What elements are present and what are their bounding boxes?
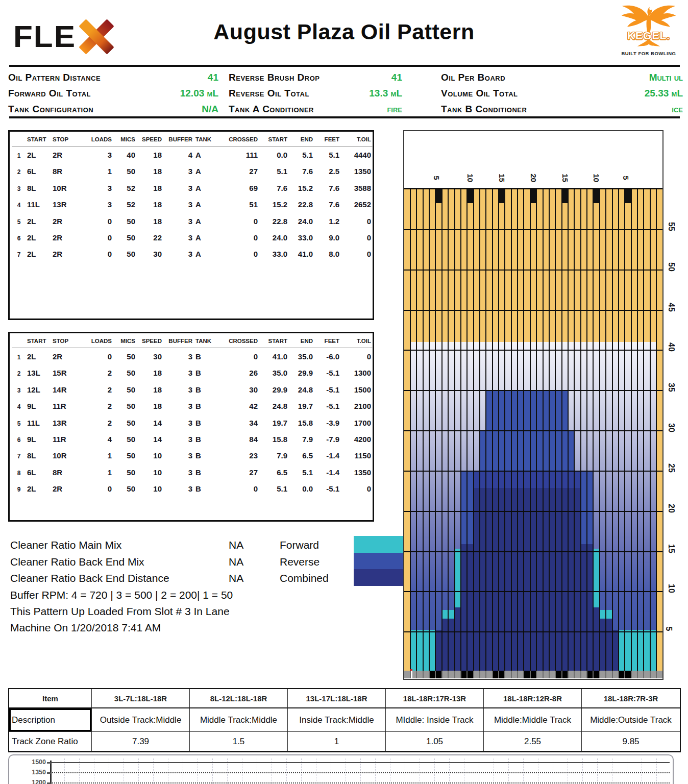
note-line: Buffer RPM: 4 = 720 | 3 = 500 | 2 = 200|… [10,587,350,603]
legend-label: Forward [280,539,350,551]
forward-row-cell: 18 [137,213,164,229]
feet-axis-label: 25 [667,463,676,473]
kegel-logo-tagline: BUILT FOR BOWLING [619,51,679,56]
forward-row-cell: 50 [114,213,137,229]
summary-value: 25.33 mL [645,88,683,99]
reverse-row-cell: 50 [114,348,137,364]
reverse-row-cell: -1.4 [315,447,341,463]
feet-axis-label: 30 [667,423,676,432]
reverse-row-cell: 2100 [341,398,373,414]
summary-cell: Reverse Oil Total13.3 mL [229,85,402,101]
cleaner-ratio-value: NA [229,556,280,568]
forward-row-cell: 5.1 [315,146,341,163]
zone-column-header: 13L-17L:18L-18R [288,689,386,708]
forward-row-cell: 1 [12,146,26,163]
reverse-row-cell: 50 [114,381,137,398]
forward-row-cell: 0 [85,246,114,262]
strip-cell [632,671,637,678]
reverse-row-cell: B [194,414,222,431]
forward-row-cell: 0 [85,229,114,246]
reverse-row-cell: 8L [26,447,52,463]
mini-chart-gridline [50,772,670,773]
reverse-row-cell: B [194,431,222,447]
five-foot-gridline [404,631,662,632]
reverse-row-cell: -6.0 [315,348,341,364]
reverse-row-cell: 1300 [341,364,373,381]
reverse-row-cell: 42 [222,398,260,414]
summary-value: N/A [202,104,218,115]
reverse-row-cell: 4 [12,398,26,414]
reverse-row-cell: -5.1 [315,381,341,398]
strip-cell [493,671,498,678]
column-header: START [26,134,52,146]
forward-row-cell: A [194,246,222,262]
forward-row-cell: 2L [26,229,52,246]
strip-cell [644,671,649,678]
forward-row-cell: 15.2 [289,180,315,196]
mini-chart-y-label: 1500 [29,758,46,766]
forward-row-cell: 7 [12,246,26,262]
forward-row-cell: 51 [222,196,260,212]
forward-row-cell: 0 [341,246,373,262]
reverse-row-cell: 1150 [341,447,373,463]
reverse-row-cell: 0 [341,480,373,497]
reverse-row-cell: 7.9 [260,447,289,463]
forward-row-cell: 3 [164,180,194,196]
reverse-row-cell: 3 [12,381,26,398]
reverse-row-cell: 18 [137,381,164,398]
reverse-row-cell: B [194,480,222,497]
flex-logo: FLE [13,20,113,53]
forward-row-cell: 0 [341,229,373,246]
forward-row-cell: 4440 [341,146,373,163]
legend-swatch-forward [354,536,403,553]
reverse-row-cell: B [194,381,222,398]
mini-chart-y-label: 1350 [29,769,46,776]
forward-row-cell: 3 [164,163,194,179]
legend-swatches [354,536,403,586]
reverse-row-cell: 26 [222,364,260,381]
summary-value: 41 [391,72,402,83]
strip-cell [625,671,630,678]
reverse-row-cell: B [194,447,222,463]
reverse-row-cell: 9 [12,480,26,497]
reverse-row-cell: 3 [164,414,194,431]
board-axis-strip [404,671,662,678]
zone-column-header: 8L-12L:18L-18R [190,689,288,708]
flex-logo-x-icon [79,20,113,54]
feet-axis-label: 40 [667,342,676,352]
reverse-row-cell: 14 [137,414,164,431]
forward-row-cell: 2L [26,246,52,262]
strip-cell [619,671,624,678]
forward-row-cell: 50 [114,229,137,246]
forward-row-cell: A [194,146,222,163]
column-header [12,335,26,348]
strip-cell [518,671,523,678]
zone-column-header: 18L-18R:7R-3R [582,689,680,708]
column-header: STOP [52,335,85,348]
reverse-row-cell: 41.0 [260,348,289,364]
reverse-row-cell: 3 [164,480,194,497]
strip-cell [424,671,429,678]
feet-axis-label: 15 [667,544,676,553]
zone-column-header: Item [9,689,92,708]
forward-row-cell: 2R [52,213,85,229]
strip-cell [587,671,593,678]
reverse-row-cell: 11R [52,398,85,414]
reverse-row-cell: 13R [52,414,85,431]
reverse-row-cell: 2 [85,381,114,398]
five-foot-gridline [404,350,662,351]
reverse-row-cell: 24.8 [289,381,315,398]
forward-row-cell: 22 [137,229,164,246]
reverse-row-cell: 7 [12,447,26,463]
forward-row-cell: 5.1 [289,146,315,163]
forward-row-cell: 6L [26,163,52,179]
header-rule-bottom [9,116,680,118]
forward-row-cell: 0 [222,246,260,262]
column-header: CROSSED [222,134,260,146]
reverse-row-cell: 50 [114,480,137,497]
forward-row-cell: 0 [341,213,373,229]
summary-value: 13.3 mL [369,88,402,99]
reverse-row-cell: 0 [222,348,260,364]
summary-value: ice [672,104,683,115]
summary-value: fire [387,104,402,115]
